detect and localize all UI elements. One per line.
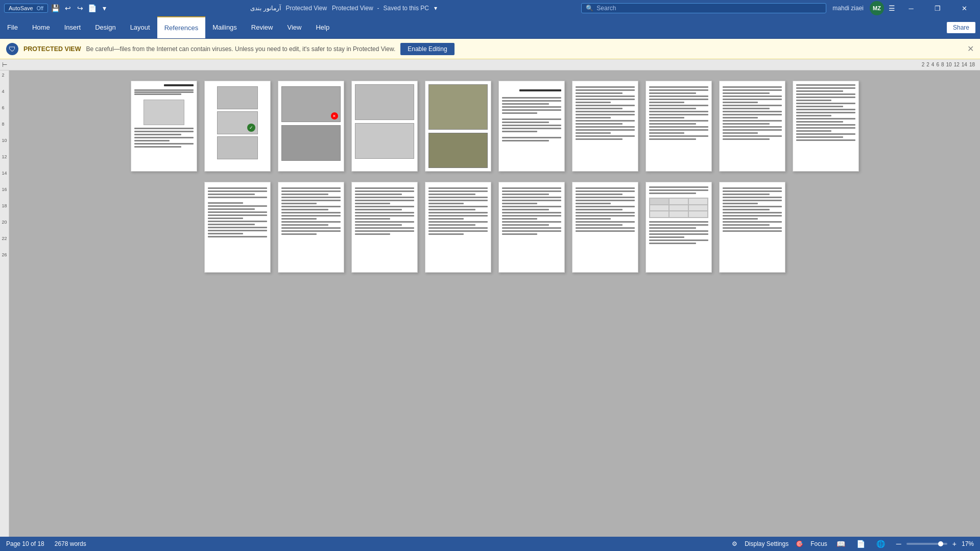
title-bar: AutoSave Off 💾 ↩ ↪ 📄 ▾ آرمانور بندی Prot… [0,0,980,16]
tab-help[interactable]: Help [308,16,337,38]
user-avatar[interactable]: MZ [870,1,884,15]
page-thumbnail-12[interactable] [278,182,344,273]
web-layout-button[interactable]: 🌐 [874,539,887,549]
print-layout-button[interactable]: 📄 [854,539,867,549]
ribbon: File Home Insert Design Layout Reference… [0,16,980,39]
autosave-label: AutoSave [9,5,33,11]
page-thumbnail-15[interactable] [498,182,565,273]
undo-icon[interactable]: ↩ [63,4,73,13]
title-bar-left: AutoSave Off 💾 ↩ ↪ 📄 ▾ [4,4,109,13]
close-button[interactable]: ✕ [952,0,976,16]
protected-view-label: Protected View [286,5,327,12]
protected-view-message: Be careful—files from the Internet can c… [86,45,396,53]
minimize-button[interactable]: ─ [899,0,923,16]
search-input[interactable] [596,5,822,12]
page-thumbnail-5[interactable] [425,81,491,172]
page-thumbnail-10[interactable] [793,81,859,172]
page-thumbnail-3[interactable]: ✕ [278,81,344,172]
page5-image-small [428,133,488,168]
tab-design[interactable]: Design [88,16,123,38]
page-row-1: ✓ ✕ [25,81,965,172]
page3-image-bottom [281,125,341,161]
vertical-ruler-numbers: 2 4 6 8 10 12 14 16 18 20 22 26 [2,73,7,257]
status-bar: Page 10 of 18 2678 words ⚙ Display Setti… [0,537,980,551]
save-icon[interactable]: 💾 [51,4,60,13]
search-box[interactable]: 🔍 [581,3,826,13]
page3-image-top: ✕ [281,86,341,122]
display-settings-label[interactable]: Display Settings [745,540,788,547]
left-ruler: 2 4 6 8 10 12 14 16 18 20 22 26 [0,70,9,537]
zoom-area: ─ + 17% [894,539,974,549]
page-thumbnail-14[interactable] [425,182,491,273]
page-thumbnail-18[interactable] [719,182,785,273]
page-thumbnail-13[interactable] [351,182,418,273]
page5-image-large [428,84,488,130]
document-area[interactable]: ✓ ✕ [9,70,980,537]
read-mode-button[interactable]: 📖 [834,539,847,549]
focus-label[interactable]: Focus [810,540,827,547]
tab-home[interactable]: Home [25,16,57,38]
protected-view-bar: 🛡 PROTECTED VIEW Be careful—files from t… [0,39,980,59]
redo-icon[interactable]: ↪ [76,4,85,13]
word-count: 2678 words [55,540,86,547]
zoom-percent: 17% [962,540,974,547]
zoom-out-button[interactable]: ─ [894,539,903,549]
page-thumbnail-2[interactable]: ✓ [204,81,271,172]
tab-insert[interactable]: Insert [57,16,88,38]
page2-image2: ✓ [217,111,258,134]
page-thumbnail-11[interactable] [204,182,271,273]
page-thumbnail-1[interactable] [131,81,197,172]
page-thumbnail-6[interactable] [498,81,565,172]
shield-icon: 🛡 [6,43,18,55]
restore-button[interactable]: ❐ [926,0,949,16]
enable-editing-button[interactable]: Enable Editing [400,43,454,55]
page-thumbnail-8[interactable] [646,81,712,172]
doc-title: آرمانور بندی [250,5,280,12]
ribbon-display-icon[interactable]: ☰ [887,4,896,13]
zoom-thumb [938,541,943,546]
title-bar-right: 🔍 mahdi ziaei MZ ☰ ─ ❐ ✕ [581,0,976,16]
page-thumbnail-9[interactable] [719,81,785,172]
protected-bar-close[interactable]: ✕ [967,44,974,54]
page-info: Page 10 of 18 [6,540,44,547]
autosave-state: Off [37,6,43,11]
share-button[interactable]: Share [946,21,976,34]
page-thumbnail-16[interactable] [572,182,638,273]
tab-mailings[interactable]: Mailings [205,16,244,38]
tab-layout[interactable]: Layout [123,16,157,38]
user-name: mahdi ziaei [832,5,864,12]
page-thumbnail-7[interactable] [572,81,638,172]
page2-image3 [217,136,258,159]
main-area: 2 4 6 8 10 12 14 16 18 20 22 26 [0,70,980,537]
tab-review[interactable]: Review [244,16,280,38]
file-icon[interactable]: 📄 [88,4,97,13]
autosave-button[interactable]: AutoSave Off [4,4,48,13]
tab-references[interactable]: References [157,16,205,38]
protected-view-label: PROTECTED VIEW [23,45,81,53]
page-thumbnail-17[interactable] [646,182,712,273]
title-separator: - [377,5,379,12]
zoom-in-button[interactable]: + [950,539,959,549]
zoom-slider[interactable] [906,543,947,545]
top-ruler: ⊢ 18 14 12 10 8 6 4 2 2 [0,59,980,70]
page2-image1 [217,86,258,109]
search-icon: 🔍 [586,5,593,12]
dropdown-icon[interactable]: ▾ [100,4,109,13]
tab-view[interactable]: View [280,16,308,38]
display-settings-icon[interactable]: ⚙ [732,540,737,547]
title-dropdown-icon[interactable]: ▾ [431,4,440,13]
protected-view-label2: Protected View [332,5,373,12]
page-thumbnail-4[interactable] [351,81,418,172]
saved-label: Saved to this PC [384,5,429,12]
tab-file[interactable]: File [0,16,25,38]
focus-icon[interactable]: 🎯 [796,540,803,547]
page1-image [144,100,184,125]
page4-image2 [355,123,414,159]
title-bar-center: آرمانور بندی Protected View Protected Vi… [109,4,581,13]
ruler-left-marker: ⊢ [2,61,7,68]
page4-image1 [355,84,414,120]
page17-table [649,198,708,218]
ruler-numbers: 18 14 12 10 8 6 4 2 2 [922,62,975,67]
page-row-2 [25,182,965,273]
status-bar-right: ⚙ Display Settings 🎯 Focus 📖 📄 🌐 ─ + 17% [732,539,974,549]
